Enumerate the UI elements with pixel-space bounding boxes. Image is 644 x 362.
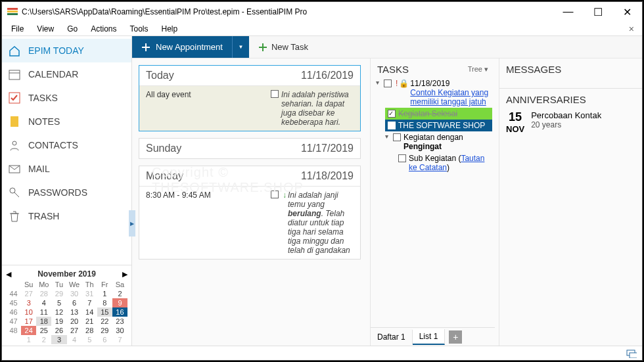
collapse-icon[interactable]: ▾ — [376, 79, 384, 86]
maximize-button[interactable]: ☐ — [583, 2, 612, 22]
cal-day[interactable]: 14 — [82, 307, 97, 317]
cal-day[interactable]: 17 — [21, 317, 36, 326]
appointment-row[interactable]: All day eventIni adalah peristiwa sehari… — [139, 85, 360, 131]
menu-tools[interactable]: Tools — [124, 22, 155, 35]
svg-rect-2 — [7, 13, 18, 15]
nav: EPIM TODAYCALENDARTASKSNOTESCONTACTSMAIL… — [2, 36, 131, 265]
cal-day[interactable]: 10 — [21, 307, 36, 317]
cal-day[interactable]: 1 — [97, 289, 112, 298]
menu-file[interactable]: File — [5, 22, 30, 35]
cal-day[interactable]: 27 — [21, 289, 36, 298]
cal-day[interactable]: 18 — [36, 317, 51, 326]
new-appointment-dropdown[interactable]: ▼ — [232, 36, 249, 58]
sidebar-item-mail[interactable]: MAIL — [2, 157, 131, 181]
calendar-icon — [7, 67, 22, 81]
cal-day[interactable]: 4 — [36, 298, 51, 307]
task-checkbox[interactable] — [398, 154, 406, 162]
cal-day[interactable]: 23 — [112, 317, 127, 326]
cal-day[interactable]: 7 — [112, 335, 127, 344]
menu-help[interactable]: Help — [155, 22, 185, 35]
menu-close-icon[interactable]: × — [624, 24, 639, 34]
cal-day[interactable]: 21 — [82, 317, 97, 326]
cal-day[interactable]: 30 — [112, 326, 127, 335]
cal-day[interactable]: 9 — [112, 298, 127, 307]
cal-day[interactable]: 12 — [51, 307, 66, 317]
plus-icon — [258, 43, 267, 52]
cal-day[interactable]: 5 — [82, 335, 97, 344]
cal-day[interactable]: 28 — [36, 289, 51, 298]
cal-day[interactable]: 26 — [51, 326, 66, 335]
menu-view[interactable]: View — [30, 22, 60, 35]
collapse-icon[interactable]: ▾ — [385, 133, 393, 140]
tasks-footer: Daftar 1 List 1 + — [371, 327, 495, 346]
day-block: Sunday11/17/2019 — [139, 138, 361, 159]
menu-go[interactable]: Go — [60, 22, 84, 35]
cal-next-icon[interactable]: ▶ — [122, 270, 127, 279]
mini-calendar[interactable]: ◀ November 2019 ▶ SuMoTuWeThFrSa44272829… — [2, 265, 131, 346]
cal-day[interactable]: 22 — [97, 317, 112, 326]
sync-icon[interactable] — [626, 349, 637, 358]
cal-day[interactable]: 24 — [21, 326, 36, 335]
cal-day[interactable]: 5 — [51, 298, 66, 307]
task-root[interactable]: ▾ ! 🔒 11/18/2019Contoh Kegiatan yang mem… — [376, 78, 492, 108]
task-checkbox[interactable] — [388, 122, 396, 129]
sidebar-item-trash[interactable]: TRASH — [2, 204, 131, 228]
svg-rect-11 — [630, 353, 637, 358]
task-link[interactable]: Contoh Kegiatan yang memiliki tanggal ja… — [410, 88, 488, 106]
cal-day[interactable]: 25 — [36, 326, 51, 335]
cal-day[interactable]: 31 — [82, 289, 97, 298]
task-selected[interactable]: THE SOFTWARE SHOP — [385, 120, 492, 131]
tasks-column: TASKS Tree ▾ ▾ ! 🔒 11/18/2019Contoh Kegi… — [370, 58, 495, 346]
new-appointment-button[interactable]: New Appointment — [132, 36, 232, 58]
appt-checkbox[interactable] — [271, 191, 279, 198]
cal-day[interactable]: 19 — [51, 317, 66, 326]
cal-prev-icon[interactable]: ◀ — [6, 270, 11, 279]
cal-day[interactable]: 28 — [82, 326, 97, 335]
menu-actions[interactable]: Actions — [84, 22, 123, 35]
cal-day[interactable]: 6 — [97, 335, 112, 344]
tasks-mode-dropdown[interactable]: Tree ▾ — [468, 65, 488, 74]
cal-day[interactable]: 7 — [82, 298, 97, 307]
task-checkbox[interactable] — [393, 133, 401, 141]
cal-day[interactable]: 3 — [51, 335, 66, 344]
svg-point-9 — [10, 188, 15, 193]
sidebar-item-check[interactable]: TASKS — [2, 86, 131, 110]
cal-day[interactable]: 27 — [67, 326, 82, 335]
task-done[interactable]: Kegiatan Selesai — [385, 108, 492, 120]
sidebar-item-calendar[interactable]: CALENDAR — [2, 62, 131, 86]
task-checkbox[interactable] — [388, 110, 396, 118]
cal-day[interactable]: 6 — [67, 298, 82, 307]
cal-day[interactable]: 4 — [67, 335, 82, 344]
appointment-row[interactable]: 8:30 AM - 9:45 AM↓Ini adalah janji temu … — [139, 186, 360, 259]
tasks-tab[interactable]: Daftar 1 — [371, 330, 413, 344]
sidebar-item-home[interactable]: EPIM TODAY — [2, 39, 131, 62]
cal-day[interactable]: 15 — [97, 307, 112, 317]
minimize-button[interactable]: — — [553, 2, 583, 22]
cal-day[interactable]: 3 — [21, 298, 36, 307]
cal-day[interactable]: 16 — [112, 307, 127, 317]
close-button[interactable]: ✕ — [612, 2, 642, 22]
plus-icon — [141, 43, 150, 52]
note-icon — [7, 114, 22, 129]
cal-day[interactable]: 20 — [67, 317, 82, 326]
anniversary-item[interactable]: 15 NOV Percobaan Kontak 20 years — [506, 110, 635, 134]
task-reminder[interactable]: ▾ Kegiatan dengan Pengingat — [385, 131, 492, 152]
cal-day[interactable]: 29 — [97, 326, 112, 335]
tasks-tab[interactable]: List 1 — [413, 329, 446, 345]
add-tab-button[interactable]: + — [449, 330, 462, 344]
cal-day[interactable]: 1 — [21, 335, 36, 344]
appt-checkbox[interactable] — [271, 90, 279, 98]
cal-day[interactable]: 2 — [36, 335, 51, 344]
cal-day[interactable]: 13 — [67, 307, 82, 317]
cal-day[interactable]: 11 — [36, 307, 51, 317]
cal-day[interactable]: 29 — [51, 289, 66, 298]
cal-day[interactable]: 8 — [97, 298, 112, 307]
task-checkbox[interactable] — [384, 79, 392, 87]
sidebar-item-key[interactable]: PASSWORDS — [2, 181, 131, 204]
sidebar-item-note[interactable]: NOTES — [2, 110, 131, 133]
cal-day[interactable]: 2 — [112, 289, 127, 298]
cal-day[interactable]: 30 — [67, 289, 82, 298]
task-sub[interactable]: Sub Kegiatan (Tautan ke Catatan) — [398, 152, 492, 173]
new-task-button[interactable]: New Task — [249, 36, 317, 58]
sidebar-item-contact[interactable]: CONTACTS — [2, 133, 131, 157]
